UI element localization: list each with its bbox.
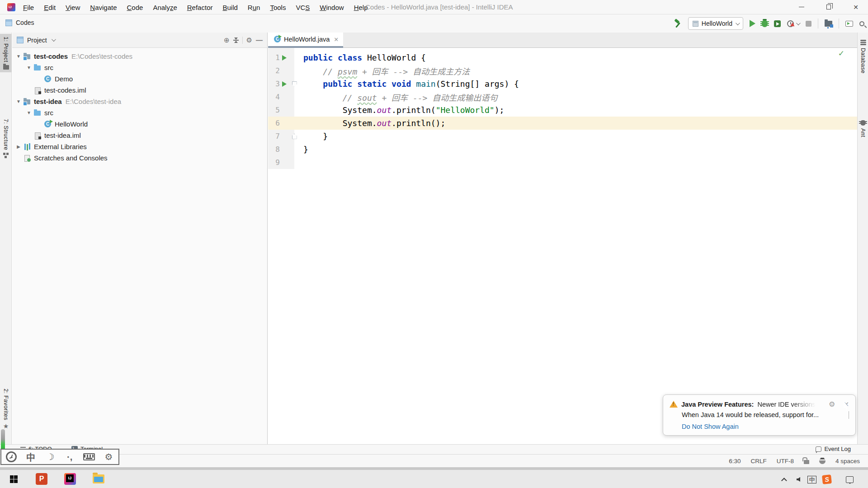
- action-center-icon[interactable]: [843, 474, 856, 484]
- search-everywhere-button[interactable]: [859, 21, 864, 26]
- project-panel-title: Project: [27, 37, 47, 44]
- tree-item-scratches-and-consoles[interactable]: Scratches and Consoles: [12, 152, 267, 164]
- unlock-icon[interactable]: [804, 460, 809, 464]
- project-structure-button[interactable]: [825, 21, 832, 27]
- tree-expand-icon[interactable]: ▼: [26, 65, 32, 70]
- sidebar-item-ant[interactable]: Ant: [858, 117, 868, 140]
- file-encoding[interactable]: UTF-8: [777, 458, 794, 465]
- tree-item-label: src: [44, 109, 53, 117]
- caret-position[interactable]: 6:30: [729, 458, 741, 465]
- build-icon[interactable]: [674, 19, 682, 28]
- sidebar-item-project[interactable]: 1: Project: [0, 34, 12, 72]
- profiler-dropdown-icon[interactable]: [796, 21, 801, 25]
- minimize-button[interactable]: [791, 0, 812, 14]
- tree-item-test-codes[interactable]: ▼test-codesE:\Codes\test-codes: [12, 51, 267, 62]
- start-button[interactable]: [6, 472, 21, 486]
- inspection-profile-icon[interactable]: [819, 458, 826, 464]
- tree-item-label: test-codes.iml: [44, 86, 86, 94]
- menu-item-view[interactable]: View: [61, 2, 84, 13]
- sidebar-item-favorites[interactable]: 2: Favorites ★: [0, 386, 12, 432]
- fold-marker-icon[interactable]: [289, 134, 300, 139]
- code-line-6[interactable]: 6 System.out.println();: [268, 117, 857, 130]
- event-log-button[interactable]: Event Log: [816, 446, 851, 452]
- taskbar-file-explorer[interactable]: [91, 472, 106, 486]
- profiler-button[interactable]: [787, 20, 794, 27]
- taskbar-intellij[interactable]: [63, 472, 77, 486]
- taskbar-powerpoint[interactable]: P: [34, 472, 49, 486]
- menu-item-build[interactable]: Build: [218, 2, 241, 13]
- run-gutter-icon[interactable]: [280, 81, 289, 87]
- do-not-show-again-link[interactable]: Do Not Show Again: [682, 423, 849, 430]
- menu-item-refactor[interactable]: Refactor: [183, 2, 217, 13]
- menu-item-navigate[interactable]: Navigate: [86, 2, 121, 13]
- code-line-3[interactable]: 3 public static void main(String[] args)…: [268, 77, 857, 90]
- collapse-all-button[interactable]: [233, 37, 239, 43]
- tray-sogou-icon[interactable]: S: [821, 474, 833, 484]
- tree-expand-icon[interactable]: ▼: [16, 54, 21, 59]
- tree-item-demo[interactable]: CDemo: [12, 73, 267, 84]
- ime-logo-icon[interactable]: [1, 451, 21, 462]
- tab-close-icon[interactable]: ✕: [334, 36, 339, 43]
- breadcrumb[interactable]: Codes: [5, 19, 34, 26]
- panel-settings-gear-icon[interactable]: ⚙: [246, 36, 252, 44]
- run-gutter-icon[interactable]: [280, 55, 289, 61]
- code-line-9[interactable]: 9: [268, 156, 857, 169]
- fold-marker-icon[interactable]: [289, 81, 300, 87]
- ime-settings-gear-icon[interactable]: ⚙: [99, 451, 118, 462]
- debug-button[interactable]: [762, 20, 768, 27]
- right-tool-window-stripe: Database Ant: [857, 33, 868, 444]
- code-line-8[interactable]: 8}: [268, 143, 857, 156]
- ime-fullwidth-moon-icon[interactable]: ☽: [40, 451, 60, 462]
- code-line-5[interactable]: 5 System.out.println("HelloWorld");: [268, 103, 857, 117]
- tree-item-helloworld[interactable]: CHelloWorld: [12, 118, 267, 130]
- chevron-down-icon[interactable]: [52, 37, 56, 42]
- run-with-coverage-button[interactable]: [774, 20, 781, 27]
- code-text: }: [303, 145, 308, 154]
- tree-item-external-libraries[interactable]: ▶External Libraries: [12, 141, 267, 152]
- indent-setting[interactable]: 4 spaces: [835, 458, 860, 465]
- run-controls: HelloWorld: [674, 16, 864, 31]
- ime-punctuation-icon[interactable]: ·,: [60, 452, 80, 462]
- run-button[interactable]: [750, 20, 755, 27]
- ime-language-mode-icon[interactable]: 中: [21, 450, 40, 464]
- menu-item-window[interactable]: Window: [316, 2, 348, 13]
- menu-item-run[interactable]: Run: [244, 2, 264, 13]
- tree-item-test-codes-iml[interactable]: test-codes.iml: [12, 84, 267, 96]
- tray-input-indicator[interactable]: 中: [806, 474, 818, 484]
- ime-keyboard-icon[interactable]: [80, 453, 99, 460]
- menu-item-file[interactable]: File: [19, 2, 38, 13]
- tree-expand-icon[interactable]: ▶: [16, 144, 21, 149]
- menu-item-edit[interactable]: Edit: [40, 2, 60, 13]
- line-separator[interactable]: CRLF: [750, 458, 766, 465]
- menu-item-tools[interactable]: Tools: [266, 2, 290, 13]
- tab-helloworld-java[interactable]: C HelloWorld.java ✕: [268, 33, 343, 48]
- notification-balloon: Java Preview Features: Newer IDE version…: [663, 394, 856, 436]
- device-manager-button[interactable]: [845, 21, 853, 27]
- close-button[interactable]: [845, 0, 866, 14]
- menu-item-code[interactable]: Code: [123, 2, 147, 13]
- tray-show-hidden-icons[interactable]: [778, 474, 791, 484]
- sidebar-item-structure[interactable]: 7: Structure: [0, 116, 12, 161]
- stop-button: [806, 21, 811, 27]
- menu-item-analyze[interactable]: Analyze: [149, 2, 181, 13]
- code-line-2[interactable]: 2 // psvm + 回车 --> 自动生成主方法: [268, 64, 857, 77]
- notification-settings-gear-icon[interactable]: ⚙: [829, 400, 835, 408]
- notification-expand-icon[interactable]: [849, 411, 849, 418]
- menu-item-vcs[interactable]: VCS: [292, 2, 314, 13]
- code-line-7[interactable]: 7 }: [268, 130, 857, 143]
- tray-volume-icon[interactable]: [792, 474, 805, 484]
- chevron-down-icon: [736, 21, 740, 25]
- tree-item-src[interactable]: ▼src: [12, 62, 267, 73]
- tree-item-test-idea[interactable]: ▼test-ideaE:\Codes\test-idea: [12, 96, 267, 107]
- restore-button[interactable]: [818, 0, 839, 14]
- sidebar-item-database[interactable]: Database: [858, 37, 868, 76]
- tree-expand-icon[interactable]: ▼: [26, 110, 32, 115]
- code-line-4[interactable]: 4 // sout + 回车 --> 自动生成输出语句: [268, 90, 857, 103]
- locate-file-button[interactable]: ⊕: [224, 36, 230, 44]
- hide-panel-button[interactable]: —: [256, 36, 263, 44]
- code-line-1[interactable]: 1public class HelloWorld {: [268, 51, 857, 64]
- tree-expand-icon[interactable]: ▼: [16, 99, 21, 104]
- run-configuration-combo[interactable]: HelloWorld: [688, 17, 743, 30]
- tree-item-src[interactable]: ▼src: [12, 107, 267, 118]
- tree-item-test-idea-iml[interactable]: test-idea.iml: [12, 130, 267, 141]
